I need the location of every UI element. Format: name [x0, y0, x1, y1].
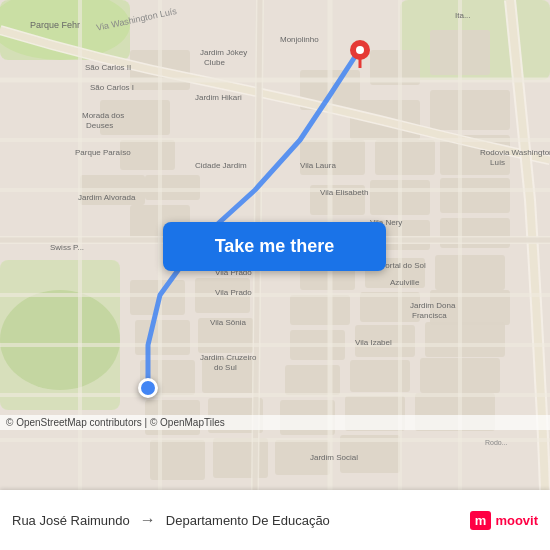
- svg-rect-22: [440, 178, 510, 213]
- origin-marker: [138, 378, 158, 398]
- svg-text:Cidade Jardim: Cidade Jardim: [195, 161, 247, 170]
- svg-text:Jardim Dona: Jardim Dona: [410, 301, 456, 310]
- moovit-logo-icon: m: [470, 511, 492, 530]
- svg-point-5: [0, 290, 120, 390]
- svg-text:Jardim Social: Jardim Social: [310, 453, 358, 462]
- destination-marker: [350, 40, 370, 72]
- svg-text:Azulville: Azulville: [390, 278, 420, 287]
- svg-text:Vila Laura: Vila Laura: [300, 161, 336, 170]
- svg-text:Vila Izabel: Vila Izabel: [355, 338, 392, 347]
- svg-text:Clube: Clube: [204, 58, 225, 67]
- svg-text:Jardim Jókey: Jardim Jókey: [200, 48, 247, 57]
- svg-text:Luís: Luís: [490, 158, 505, 167]
- svg-text:Deuses: Deuses: [86, 121, 113, 130]
- bottom-bar: Rua José Raimundo → Departamento De Educ…: [0, 490, 550, 550]
- take-me-there-button[interactable]: Take me there: [163, 222, 386, 271]
- svg-text:Rodo...: Rodo...: [485, 439, 508, 446]
- svg-text:Jardim Hikari: Jardim Hikari: [195, 93, 242, 102]
- moovit-logo: m moovit: [470, 511, 538, 530]
- svg-rect-29: [290, 295, 350, 325]
- svg-text:São Carlos II: São Carlos II: [85, 63, 131, 72]
- destination-label: Departamento De Educação: [166, 513, 462, 528]
- svg-text:Vila Prado: Vila Prado: [215, 288, 252, 297]
- svg-rect-28: [435, 255, 505, 290]
- svg-rect-10: [145, 175, 200, 200]
- svg-rect-45: [135, 320, 190, 355]
- svg-text:Parque Paraíso: Parque Paraíso: [75, 148, 131, 157]
- svg-text:Jardim Alvorada: Jardim Alvorada: [78, 193, 136, 202]
- svg-text:do Sul: do Sul: [214, 363, 237, 372]
- svg-rect-52: [213, 438, 268, 478]
- svg-text:Monjolinho: Monjolinho: [280, 35, 319, 44]
- arrow-icon: →: [140, 511, 156, 529]
- svg-text:Francisca: Francisca: [412, 311, 447, 320]
- svg-text:Vila Elisabeth: Vila Elisabeth: [320, 188, 368, 197]
- moovit-logo-text: moovit: [495, 513, 538, 528]
- svg-text:Portal do Sol: Portal do Sol: [380, 261, 426, 270]
- svg-text:Morada dos: Morada dos: [82, 111, 124, 120]
- svg-rect-16: [430, 90, 510, 130]
- svg-text:Vila Sônia: Vila Sônia: [210, 318, 246, 327]
- svg-text:Rodovia Washington: Rodovia Washington: [480, 148, 550, 157]
- map-attribution: © OpenStreetMap contributors | © OpenMap…: [0, 415, 550, 430]
- svg-text:São Carlos I: São Carlos I: [90, 83, 134, 92]
- svg-text:Parque Fehr: Parque Fehr: [30, 20, 80, 30]
- svg-text:Swiss P...: Swiss P...: [50, 243, 84, 252]
- svg-rect-18: [375, 140, 435, 175]
- map-container: Parque Fehr São Carlos II São Carlos I M…: [0, 0, 550, 490]
- svg-text:Jardim Cruzeiro: Jardim Cruzeiro: [200, 353, 257, 362]
- svg-point-103: [356, 46, 364, 54]
- svg-text:Ita...: Ita...: [455, 11, 471, 20]
- svg-rect-34: [425, 322, 505, 357]
- origin-label: Rua José Raimundo: [12, 513, 130, 528]
